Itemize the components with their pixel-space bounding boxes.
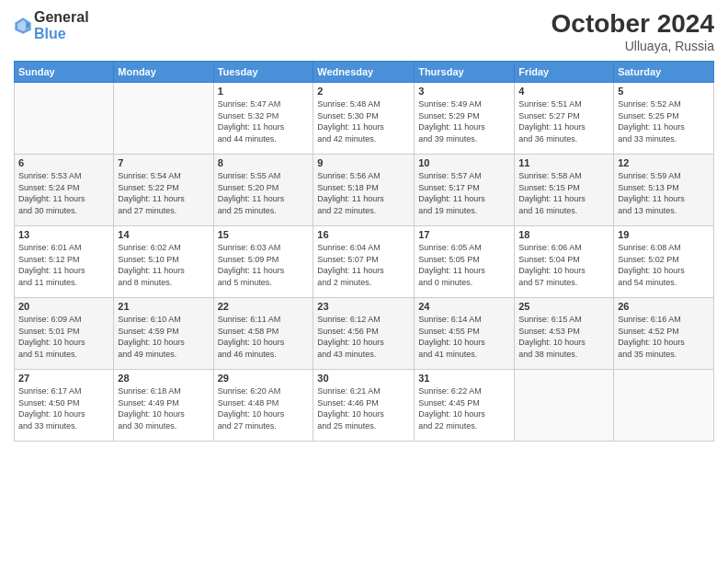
- calendar-cell: 1Sunrise: 5:47 AM Sunset: 5:32 PM Daylig…: [213, 83, 313, 155]
- day-info: Sunrise: 6:08 AM Sunset: 5:02 PM Dayligh…: [618, 242, 710, 288]
- day-number: 2: [317, 86, 410, 97]
- day-info: Sunrise: 5:47 AM Sunset: 5:32 PM Dayligh…: [218, 98, 310, 144]
- day-number: 12: [618, 157, 710, 168]
- calendar-cell: 5Sunrise: 5:52 AM Sunset: 5:25 PM Daylig…: [614, 83, 714, 155]
- calendar-cell: 30Sunrise: 6:21 AM Sunset: 4:46 PM Dayli…: [313, 370, 415, 442]
- calendar-cell: 12Sunrise: 5:59 AM Sunset: 5:13 PM Dayli…: [614, 155, 714, 226]
- day-info: Sunrise: 6:03 AM Sunset: 5:09 PM Dayligh…: [218, 242, 310, 288]
- day-info: Sunrise: 6:16 AM Sunset: 4:52 PM Dayligh…: [618, 314, 710, 360]
- day-number: 21: [118, 301, 209, 312]
- day-info: Sunrise: 6:09 AM Sunset: 5:01 PM Dayligh…: [18, 314, 109, 360]
- day-number: 23: [317, 301, 410, 312]
- day-info: Sunrise: 5:54 AM Sunset: 5:22 PM Dayligh…: [118, 170, 209, 216]
- day-number: 9: [317, 157, 410, 168]
- day-number: 24: [418, 301, 510, 312]
- calendar-day-header: Sunday: [15, 62, 114, 83]
- calendar-cell: 29Sunrise: 6:20 AM Sunset: 4:48 PM Dayli…: [213, 370, 313, 442]
- day-number: 28: [118, 373, 209, 384]
- calendar-cell: 21Sunrise: 6:10 AM Sunset: 4:59 PM Dayli…: [114, 298, 213, 370]
- day-info: Sunrise: 6:14 AM Sunset: 4:55 PM Dayligh…: [418, 314, 510, 360]
- day-number: 31: [418, 373, 510, 384]
- day-number: 4: [518, 86, 609, 97]
- day-number: 17: [418, 229, 510, 240]
- calendar-week-row: 13Sunrise: 6:01 AM Sunset: 5:12 PM Dayli…: [15, 226, 714, 298]
- calendar-day-header: Thursday: [415, 62, 515, 83]
- day-info: Sunrise: 5:49 AM Sunset: 5:29 PM Dayligh…: [418, 98, 510, 144]
- calendar-cell: 10Sunrise: 5:57 AM Sunset: 5:17 PM Dayli…: [415, 155, 515, 226]
- logo-text: General Blue: [34, 9, 89, 41]
- day-info: Sunrise: 5:52 AM Sunset: 5:25 PM Dayligh…: [618, 98, 710, 144]
- day-info: Sunrise: 6:04 AM Sunset: 5:07 PM Dayligh…: [317, 242, 410, 288]
- calendar-cell: 25Sunrise: 6:15 AM Sunset: 4:53 PM Dayli…: [515, 298, 614, 370]
- calendar-cell: 18Sunrise: 6:06 AM Sunset: 5:04 PM Dayli…: [515, 226, 614, 298]
- calendar-cell: 26Sunrise: 6:16 AM Sunset: 4:52 PM Dayli…: [614, 298, 714, 370]
- day-number: 19: [618, 229, 710, 240]
- day-info: Sunrise: 5:56 AM Sunset: 5:18 PM Dayligh…: [317, 170, 410, 216]
- calendar-cell: 4Sunrise: 5:51 AM Sunset: 5:27 PM Daylig…: [515, 83, 614, 155]
- day-info: Sunrise: 5:55 AM Sunset: 5:20 PM Dayligh…: [218, 170, 310, 216]
- calendar-week-row: 6Sunrise: 5:53 AM Sunset: 5:24 PM Daylig…: [15, 155, 714, 226]
- day-number: 30: [317, 373, 410, 384]
- day-number: 10: [418, 157, 510, 168]
- day-info: Sunrise: 5:48 AM Sunset: 5:30 PM Dayligh…: [317, 98, 410, 144]
- calendar-cell: 9Sunrise: 5:56 AM Sunset: 5:18 PM Daylig…: [313, 155, 415, 226]
- day-number: 22: [218, 301, 310, 312]
- calendar-cell: [614, 370, 714, 442]
- calendar-cell: 27Sunrise: 6:17 AM Sunset: 4:50 PM Dayli…: [15, 370, 114, 442]
- day-number: 26: [618, 301, 710, 312]
- day-info: Sunrise: 5:51 AM Sunset: 5:27 PM Dayligh…: [518, 98, 609, 144]
- day-info: Sunrise: 6:11 AM Sunset: 4:58 PM Dayligh…: [218, 314, 310, 360]
- header: General Blue October 2024 Ulluaya, Russi…: [14, 9, 714, 53]
- day-number: 29: [218, 373, 310, 384]
- calendar-week-row: 20Sunrise: 6:09 AM Sunset: 5:01 PM Dayli…: [15, 298, 714, 370]
- day-info: Sunrise: 6:02 AM Sunset: 5:10 PM Dayligh…: [118, 242, 209, 288]
- day-info: Sunrise: 6:21 AM Sunset: 4:46 PM Dayligh…: [317, 385, 410, 431]
- calendar-cell: [114, 83, 213, 155]
- logo-general: General: [34, 9, 89, 26]
- day-info: Sunrise: 6:17 AM Sunset: 4:50 PM Dayligh…: [18, 385, 109, 431]
- day-info: Sunrise: 5:59 AM Sunset: 5:13 PM Dayligh…: [618, 170, 710, 216]
- logo-icon: [14, 17, 32, 35]
- calendar-cell: 19Sunrise: 6:08 AM Sunset: 5:02 PM Dayli…: [614, 226, 714, 298]
- calendar-cell: 17Sunrise: 6:05 AM Sunset: 5:05 PM Dayli…: [415, 226, 515, 298]
- calendar-cell: 11Sunrise: 5:58 AM Sunset: 5:15 PM Dayli…: [515, 155, 614, 226]
- day-info: Sunrise: 6:05 AM Sunset: 5:05 PM Dayligh…: [418, 242, 510, 288]
- calendar-cell: 24Sunrise: 6:14 AM Sunset: 4:55 PM Dayli…: [415, 298, 515, 370]
- day-number: 27: [18, 373, 109, 384]
- calendar-cell: 31Sunrise: 6:22 AM Sunset: 4:45 PM Dayli…: [415, 370, 515, 442]
- calendar-cell: [515, 370, 614, 442]
- day-info: Sunrise: 6:01 AM Sunset: 5:12 PM Dayligh…: [18, 242, 109, 288]
- calendar-cell: 6Sunrise: 5:53 AM Sunset: 5:24 PM Daylig…: [15, 155, 114, 226]
- calendar-cell: 3Sunrise: 5:49 AM Sunset: 5:29 PM Daylig…: [415, 83, 515, 155]
- calendar-cell: 13Sunrise: 6:01 AM Sunset: 5:12 PM Dayli…: [15, 226, 114, 298]
- day-number: 13: [18, 229, 109, 240]
- month-title: October 2024: [552, 9, 714, 39]
- day-info: Sunrise: 5:57 AM Sunset: 5:17 PM Dayligh…: [418, 170, 510, 216]
- calendar-table: SundayMondayTuesdayWednesdayThursdayFrid…: [14, 61, 714, 442]
- day-number: 25: [518, 301, 609, 312]
- logo-blue: Blue: [34, 26, 89, 42]
- day-number: 8: [218, 157, 310, 168]
- calendar-day-header: Friday: [515, 62, 614, 83]
- day-info: Sunrise: 6:22 AM Sunset: 4:45 PM Dayligh…: [418, 385, 510, 431]
- day-info: Sunrise: 6:15 AM Sunset: 4:53 PM Dayligh…: [518, 314, 609, 360]
- calendar-cell: 7Sunrise: 5:54 AM Sunset: 5:22 PM Daylig…: [114, 155, 213, 226]
- calendar-cell: 23Sunrise: 6:12 AM Sunset: 4:56 PM Dayli…: [313, 298, 415, 370]
- day-number: 14: [118, 229, 209, 240]
- day-number: 7: [118, 157, 209, 168]
- logo: General Blue: [14, 9, 89, 41]
- day-number: 15: [218, 229, 310, 240]
- day-number: 18: [518, 229, 609, 240]
- calendar-day-header: Wednesday: [313, 62, 415, 83]
- day-info: Sunrise: 5:58 AM Sunset: 5:15 PM Dayligh…: [518, 170, 609, 216]
- calendar-cell: 28Sunrise: 6:18 AM Sunset: 4:49 PM Dayli…: [114, 370, 213, 442]
- day-number: 16: [317, 229, 410, 240]
- day-number: 5: [618, 86, 710, 97]
- calendar-header-row: SundayMondayTuesdayWednesdayThursdayFrid…: [15, 62, 714, 83]
- day-number: 11: [518, 157, 609, 168]
- day-info: Sunrise: 6:18 AM Sunset: 4:49 PM Dayligh…: [118, 385, 209, 431]
- day-info: Sunrise: 5:53 AM Sunset: 5:24 PM Dayligh…: [18, 170, 109, 216]
- calendar-cell: 2Sunrise: 5:48 AM Sunset: 5:30 PM Daylig…: [313, 83, 415, 155]
- day-info: Sunrise: 6:20 AM Sunset: 4:48 PM Dayligh…: [218, 385, 310, 431]
- day-number: 20: [18, 301, 109, 312]
